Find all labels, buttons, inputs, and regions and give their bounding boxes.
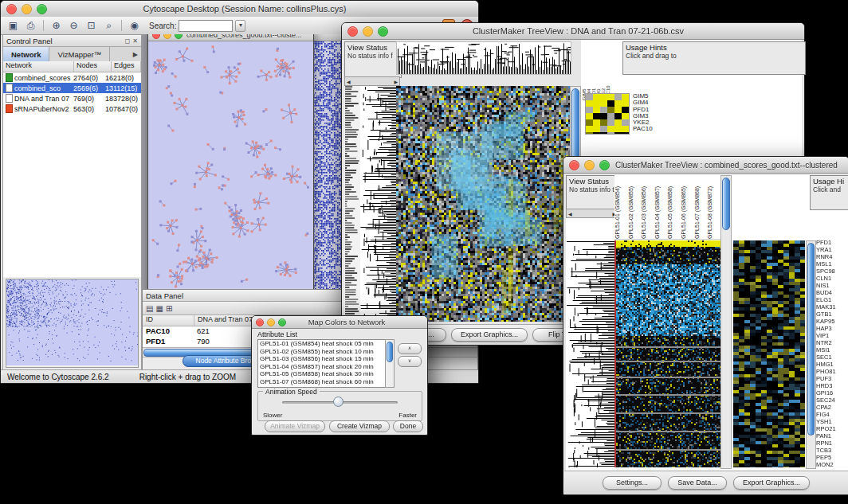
- minimize-button[interactable]: [267, 318, 275, 326]
- gene-label: ELG1: [816, 296, 847, 303]
- save-data-button[interactable]: Save Data...: [668, 476, 727, 490]
- tab-overflow-icon[interactable]: ▶: [130, 47, 141, 61]
- scrollbar-thumb[interactable]: [807, 243, 815, 436]
- network-row[interactable]: combined_sco 2569(6) 13112(15): [3, 83, 141, 93]
- row-dendrogram-canvas[interactable]: [567, 240, 614, 467]
- close-button[interactable]: [256, 318, 264, 326]
- network-type-icon: [6, 73, 13, 82]
- column-labels[interactable]: GIM5GIM4PFD1GIM3YKE2PAC10: [582, 41, 610, 100]
- close-button[interactable]: [6, 4, 17, 14]
- treeview-combined-window: ClusterMaker TreeView : combined_scores_…: [563, 156, 848, 495]
- minimize-button[interactable]: [363, 26, 373, 37]
- row-dendrogram-canvas[interactable]: [360, 86, 396, 322]
- attribute-item[interactable]: GPL51-07 (GSM868) heat shock 60 min: [258, 378, 394, 386]
- scroll-left-icon[interactable]: ◀: [347, 79, 351, 84]
- done-button[interactable]: Done: [393, 420, 423, 432]
- gene-label: HMG1: [816, 361, 847, 368]
- create-attribute-icon[interactable]: ▦: [155, 304, 163, 313]
- column-labels[interactable]: GPL51-01 (GSM854)GPL51-02 (GSM855)GPL51-…: [614, 175, 720, 240]
- open-folder-icon[interactable]: ▣: [6, 19, 21, 33]
- view-status-panel: View Status No status info t: [566, 175, 620, 210]
- treeview-combined-titlebar[interactable]: ClusterMaker TreeView : combined_scores_…: [563, 157, 848, 174]
- gene-label: GTB1: [816, 311, 847, 318]
- export-graphics-button[interactable]: Export Graphics...: [451, 328, 528, 342]
- status-hscrollbar[interactable]: ◀ ▶: [344, 76, 400, 86]
- network-row[interactable]: sRNAPuberNov2 563(0) 107847(0): [3, 104, 141, 114]
- minimize-button[interactable]: [22, 4, 32, 14]
- network-row[interactable]: DNA and Tran 07 769(0) 183728(0): [3, 93, 141, 104]
- column-dendrogram-canvas[interactable]: [396, 41, 571, 75]
- zoom-vscrollbar[interactable]: [806, 240, 816, 469]
- network-table-header: Network Nodes Edges: [3, 61, 141, 72]
- attribute-item[interactable]: GPL51-03 (GSM856) heat shock 15 min: [258, 355, 394, 363]
- zoom-in-icon[interactable]: ⊕: [49, 19, 64, 33]
- gene-label: PFD1: [816, 239, 847, 246]
- main-titlebar[interactable]: Cytoscape Desktop (Session Name: collins…: [1, 1, 478, 18]
- snapshot-icon[interactable]: ◉: [127, 19, 142, 33]
- gene-label: FIG4: [816, 411, 847, 418]
- network-view-canvas[interactable]: [148, 41, 312, 288]
- gene-label: CPA2: [816, 404, 847, 411]
- float-panel-icon[interactable]: ◻: [125, 37, 131, 45]
- status-zoom-hint: Right-click + drag to ZOOM: [139, 373, 236, 381]
- export-graphics-button[interactable]: Export Graphics...: [733, 476, 810, 490]
- speed-slider-thumb[interactable]: [333, 397, 344, 407]
- minimize-button[interactable]: [163, 34, 171, 39]
- zoom-heatmap-canvas[interactable]: [733, 240, 805, 467]
- zoom-button[interactable]: [378, 26, 388, 37]
- zoom-button[interactable]: [599, 160, 610, 170]
- treeview-dna-titlebar[interactable]: ClusterMaker TreeView : DNA and Tran 07-…: [342, 23, 804, 40]
- control-panel-title: Control Panel: [6, 37, 53, 45]
- scrollbar-thumb[interactable]: [722, 178, 730, 230]
- move-up-button[interactable]: ∧: [398, 343, 422, 354]
- row-labels-strip[interactable]: [344, 86, 360, 322]
- scrollbar-thumb[interactable]: [571, 88, 579, 162]
- close-button[interactable]: [569, 160, 579, 170]
- heatmap-canvas-combined[interactable]: [616, 240, 720, 467]
- attribute-item[interactable]: GPL51-04 (GSM857) heat shock 20 min: [258, 363, 394, 371]
- animate-vizmap-button[interactable]: Animate Vizmap: [265, 420, 325, 432]
- zoom-selected-icon[interactable]: ⌕: [101, 19, 116, 33]
- network-view-window[interactable]: combined_scores_good.txt--cluste...: [147, 34, 314, 291]
- dialog-titlebar[interactable]: Map Colors to Network: [252, 316, 427, 329]
- zoom-fit-icon[interactable]: ⊡: [84, 19, 99, 33]
- select-attributes-icon[interactable]: ▤: [146, 304, 153, 313]
- network-overview-canvas[interactable]: [6, 279, 138, 365]
- attribute-listbox[interactable]: GPL51-01 (GSM854) heat shock 05 minGPL51…: [257, 339, 395, 388]
- zoom-button[interactable]: [278, 318, 286, 326]
- zoom-button[interactable]: [37, 4, 47, 14]
- tab-vizmapper[interactable]: VizMapper™: [49, 47, 110, 61]
- search-input[interactable]: [179, 20, 233, 32]
- usage-hints-title: Usage Hi: [813, 177, 848, 186]
- attribute-item[interactable]: GPL51-01 (GSM854) heat shock 05 min: [258, 340, 394, 348]
- zoom-out-icon[interactable]: ⊖: [66, 19, 81, 33]
- heatmap-vscrollbar[interactable]: [720, 175, 732, 469]
- window-controls: [342, 26, 394, 37]
- settings-button[interactable]: Settings...: [603, 476, 662, 490]
- move-down-button[interactable]: ∨: [398, 356, 422, 367]
- scroll-left-icon[interactable]: ◀: [568, 211, 572, 217]
- close-button[interactable]: [152, 34, 160, 39]
- network-row[interactable]: combined_scores 2764(0) 16218(0): [3, 72, 141, 83]
- create-vizmap-button[interactable]: Create Vizmap: [329, 420, 390, 432]
- attribute-item[interactable]: GPL51-02 (GSM855) heat shock 10 min: [258, 348, 394, 356]
- delete-attribute-icon[interactable]: ⊞: [166, 304, 172, 313]
- attribute-item[interactable]: GPL51-05 (GSM858) heat shock 30 min: [258, 370, 394, 378]
- zoom-button[interactable]: [175, 34, 183, 39]
- close-panel-icon[interactable]: ✕: [132, 37, 138, 45]
- close-button[interactable]: [347, 26, 358, 37]
- view-status-panel: View Status No status info f: [344, 41, 402, 78]
- tab-network[interactable]: Network: [3, 47, 49, 61]
- scroll-right-icon[interactable]: ▶: [394, 79, 398, 84]
- heatmap-canvas-dna[interactable]: [396, 86, 570, 322]
- gene-label: PAC10: [633, 126, 669, 132]
- search-dropdown-icon[interactable]: ▾: [235, 20, 245, 32]
- print-icon[interactable]: ⎙: [23, 19, 38, 33]
- gene-label: YSH1: [816, 418, 847, 425]
- scrollbar-thumb[interactable]: [387, 342, 393, 362]
- network-overview-navigator[interactable]: [6, 279, 139, 368]
- network-view-titlebar[interactable]: combined_scores_good.txt--cluste...: [148, 34, 313, 41]
- attribute-list-vscrollbar[interactable]: [385, 339, 395, 388]
- minimize-button[interactable]: [584, 160, 595, 170]
- status-hscrollbar[interactable]: ◀ ▶: [566, 209, 618, 218]
